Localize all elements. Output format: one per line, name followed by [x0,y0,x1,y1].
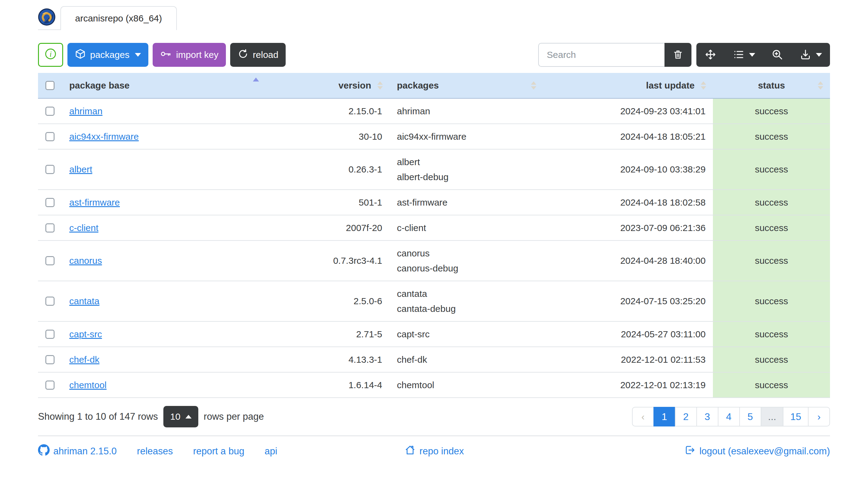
footer: ahriman 2.15.0 releases report a bug api… [38,444,830,458]
version-cell: 1.6.14-4 [268,372,390,398]
report-bug-link[interactable]: report a bug [193,446,244,457]
search-group [538,43,691,67]
status-cell: success [713,281,830,321]
column-label: status [758,80,785,90]
package-base-link[interactable]: aic94xx-firmware [69,131,139,141]
list-icon [733,49,745,62]
table-row: ahriman 2.15.0-1 ahriman 2024-09-23 03:4… [38,98,830,124]
table-row: capt-src 2.71-5 capt-src 2024-05-27 03:1… [38,321,830,347]
api-link[interactable]: api [265,446,277,457]
box-icon [75,49,86,62]
package-base-link[interactable]: c-client [69,223,98,233]
caret-down-icon [816,53,822,57]
page-button-3[interactable]: 3 [696,407,718,426]
clear-search-button[interactable] [664,43,691,67]
packages-cell: aic94xx-firmware [390,124,543,149]
page-next-button[interactable]: › [808,407,830,426]
table-row: canorus 0.7.3rc3-4.1 canorus canorus-deb… [38,241,830,281]
packages-button-label: packages [90,50,129,60]
status-cell: success [713,241,830,281]
page-ellipsis-button[interactable]: ... [761,407,784,426]
version-cell: 2.71-5 [268,321,390,347]
last-update-cell: 2022-12-01 02:13:19 [543,372,713,398]
package-base-link[interactable]: canorus [69,256,102,266]
svg-text:i: i [50,50,52,58]
table-row: aic94xx-firmware 30-10 aic94xx-firmware … [38,124,830,149]
package-base-link[interactable]: ast-firmware [69,197,120,207]
row-checkbox[interactable] [45,223,55,232]
fullscreen-button[interactable] [696,43,724,67]
packages-cell: canorus canorus-debug [390,241,543,281]
toolbar: i packages [38,43,830,67]
select-all-header [38,73,62,98]
row-checkbox[interactable] [45,355,55,364]
logout-link[interactable]: logout (esalexeev@gmail.com) [684,444,830,458]
zoom-in-icon [771,49,783,62]
page-size-value: 10 [170,412,180,422]
package-base-link[interactable]: albert [69,164,92,174]
row-checkbox[interactable] [45,132,55,141]
version-cell: 2.5.0-6 [268,281,390,321]
select-all-checkbox[interactable] [45,81,55,90]
last-update-cell: 2024-07-15 03:25:20 [543,281,713,321]
last-update-cell: 2024-04-28 18:40:00 [543,241,713,281]
footer-divider [38,435,830,436]
row-checkbox[interactable] [45,198,55,207]
package-base-link[interactable]: cantata [69,296,99,306]
columns-dropdown-button[interactable] [724,43,763,67]
ahriman-logo-icon [38,8,56,26]
package-base-link[interactable]: capt-src [69,329,102,339]
info-button[interactable]: i [38,43,63,67]
version-cell: 2.15.0-1 [268,98,390,124]
page-button-1[interactable]: 1 [653,407,676,426]
last-update-cell: 2024-04-18 18:02:58 [543,190,713,215]
column-header-package-base[interactable]: package base [62,73,268,98]
import-key-button[interactable]: import key [153,43,225,67]
fullscreen-search-button[interactable] [763,43,792,67]
column-label: version [338,80,371,90]
package-base-link[interactable]: chemtool [69,380,107,390]
page-button-15[interactable]: 15 [783,407,809,426]
sort-icon [377,82,383,90]
row-checkbox[interactable] [45,107,55,116]
package-base-link[interactable]: ahriman [69,106,102,116]
pagination-pages: ‹ 1 2 3 4 5 ... 15 › [632,407,830,426]
version-cell: 30-10 [268,124,390,149]
packages-dropdown-button[interactable]: packages [67,43,148,67]
package-base-link[interactable]: chef-dk [69,354,99,364]
last-update-cell: 2024-09-23 03:41:01 [543,98,713,124]
page-button-2[interactable]: 2 [675,407,697,426]
sort-icon [818,82,823,90]
table-row: ast-firmware 501-1 ast-firmware 2024-04-… [38,190,830,215]
row-checkbox[interactable] [45,381,55,390]
reload-button[interactable]: reload [230,43,286,67]
row-checkbox[interactable] [45,330,55,339]
tab-repository-label: arcanisrepo (x86_64) [75,13,162,24]
table-tools-group [696,43,830,67]
export-dropdown-button[interactable] [792,43,830,67]
packages-cell: ast-firmware [390,190,543,215]
page-button-5[interactable]: 5 [739,407,761,426]
last-update-cell: 2024-09-10 03:38:29 [543,149,713,190]
rows-per-page-dropdown[interactable]: 10 [163,406,198,427]
row-checkbox[interactable] [45,296,55,306]
releases-link[interactable]: releases [137,446,173,457]
column-header-last-update[interactable]: last update [543,73,713,98]
app-logo[interactable] [38,6,60,30]
row-checkbox[interactable] [45,256,55,265]
row-checkbox[interactable] [45,165,55,174]
tab-repository[interactable]: arcanisrepo (x86_64) [60,6,177,30]
packages-cell: chef-dk [390,347,543,372]
table-row: chef-dk 4.13.3-1 chef-dk 2022-12-01 02:1… [38,347,830,372]
status-cell: success [713,190,830,215]
table-header-row: package base version packages last updat… [38,73,830,98]
repo-index-link[interactable]: repo index [404,444,464,458]
column-header-version[interactable]: version [268,73,390,98]
column-header-status[interactable]: status [713,73,830,98]
github-version-link[interactable]: ahriman 2.15.0 [38,444,117,458]
page-button-4[interactable]: 4 [718,407,740,426]
column-header-packages[interactable]: packages [390,73,543,98]
search-input[interactable] [538,43,664,67]
repo-index-label: repo index [420,446,464,457]
status-cell: success [713,98,830,124]
